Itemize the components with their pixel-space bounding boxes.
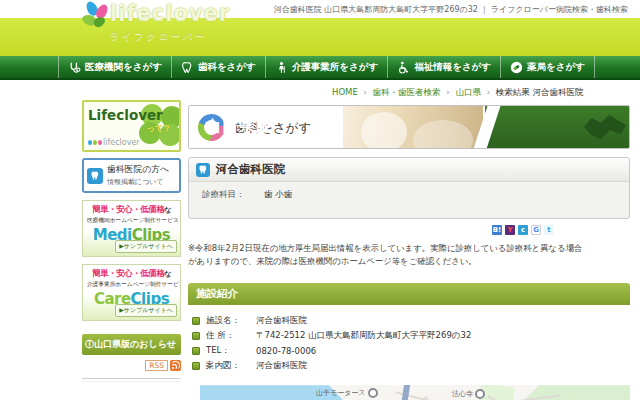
edition-label: 山口県版 <box>205 117 273 136</box>
main-content: 歯科をさがす 山口県版 河合歯科医院 診療科目： 歯 小歯 B! Y c G t… <box>188 105 630 400</box>
wheelchair-icon <box>397 61 410 74</box>
nav-tab-pharmacy[interactable]: 薬局をさがす <box>500 56 595 78</box>
lifeclover-banner-suffix: って？ <box>147 123 171 134</box>
stethoscope-icon <box>68 61 81 74</box>
nav-tab-label: 福祉情報をさがす <box>414 61 491 74</box>
nav-tab-welfare[interactable]: 福祉情報をさがす <box>387 56 500 78</box>
department-value: 歯 小歯 <box>264 189 292 201</box>
green-square-bullet-icon <box>192 332 200 340</box>
caregiver-icon <box>275 61 288 74</box>
mediclips-banner[interactable]: 簡単・安心・低価格な 医療機関ホームページ制作サービス MediClips ▶サ… <box>82 200 181 257</box>
notice-text: ※令和8年2月2日現在の地方厚生局届出情報を表示しています。実際に診療している診… <box>188 242 630 267</box>
clover-petals-mini-icon <box>88 140 102 145</box>
sidebar: Lifeclover って？ lifeclover 歯科医院の方へ 情報掲載につ… <box>82 100 181 382</box>
poi-circle-icon <box>475 389 485 399</box>
nav-tab-care[interactable]: 介護事業所をさがす <box>265 56 387 78</box>
page-title: 河合歯科医院 山口県大島郡周防大島町大字平野269の32 ｜ ライフクローバー病… <box>274 4 628 15</box>
nav-tab-label: 介護事業所をさがす <box>292 61 378 74</box>
livedoor-clip-icon[interactable]: c <box>518 225 528 235</box>
lifeclover-banner-small-logo: lifeclover <box>103 138 140 147</box>
map-poi-label: 山手モータース <box>316 388 378 398</box>
department-label: 診療科目： <box>202 189 264 201</box>
green-square-bullet-icon <box>192 317 200 325</box>
dentist-banner-line2: 情報掲載について <box>107 177 169 187</box>
nav-tab-medical[interactable]: 医療機関をさがす <box>58 56 171 78</box>
careclips-catch: 簡単・安心・低価格 <box>92 268 164 278</box>
tooth-icon <box>181 61 194 74</box>
social-bookmark-bar: B! Y c G t <box>188 225 554 235</box>
facility-row-map-link: 案内図： 河合歯科医院 <box>188 360 630 372</box>
section-banner: 歯科をさがす 山口県版 <box>188 105 630 149</box>
careclips-banner[interactable]: 簡単・安心・低価格な 介護事業所ホームページ制作サービス CareClips ▶… <box>82 264 181 321</box>
main-nav: 医療機関をさがす 歯科をさがす 介護事業所をさがす 福祉情報をさがす <box>0 56 640 80</box>
green-square-bullet-icon <box>192 362 200 370</box>
green-square-bullet-icon <box>192 347 200 355</box>
clinic-name: 河合歯科医院 <box>216 162 285 177</box>
rss-link[interactable]: RSS <box>145 360 168 371</box>
dentist-banner-line1: 歯科医院の方へ <box>107 164 169 176</box>
breadcrumb-home[interactable]: HOME <box>332 87 358 97</box>
prefecture-news-bar[interactable]: ⓘ山口県版のおしらせ <box>82 334 181 355</box>
breadcrumb-dental-search[interactable]: 歯科・歯医者検索 <box>373 87 441 97</box>
map-poi-label: 法心寺 <box>452 389 485 399</box>
capsule-icon <box>510 61 523 74</box>
news-bar-label: 山口県版のおしらせ <box>94 339 176 349</box>
banner-photo <box>343 106 483 148</box>
mediclips-catch: 簡単・安心・低価格 <box>92 204 164 214</box>
tooth-icon <box>87 168 103 184</box>
clover-petals-icon <box>84 1 108 35</box>
twitter-icon[interactable]: t <box>544 225 554 235</box>
rss-icon[interactable] <box>170 360 181 371</box>
lifeclover-banner-title: Lifeclover <box>88 107 163 123</box>
breadcrumb-yamaguchi[interactable]: 山口県 <box>455 87 481 97</box>
mediclips-sample-button[interactable]: ▶サンプルサイトへ <box>115 240 177 253</box>
facility-row-name: 施設名： 河合歯科医院 <box>188 315 630 327</box>
hatena-bookmark-icon[interactable]: B! <box>492 225 502 235</box>
facility-section-header: 施設紹介 <box>188 283 630 305</box>
facility-row-address: 住 所： 〒742-2512 山口県大島郡周防大島町大字平野269の32 <box>188 330 630 342</box>
tooth-icon <box>196 163 210 177</box>
lifeclover-about-banner[interactable]: Lifeclover って？ lifeclover <box>82 100 181 152</box>
nav-tab-label: 歯科をさがす <box>198 61 256 74</box>
dentist-info-banner[interactable]: 歯科医院の方へ 情報掲載について <box>82 158 181 193</box>
careclips-sample-button[interactable]: ▶サンプルサイトへ <box>115 304 177 317</box>
mediclips-subtitle: 医療機関ホームページ制作サービス <box>87 216 176 224</box>
breadcrumb-current: 検索結果 河合歯科医院 <box>496 87 584 97</box>
nav-tab-label: 医療機関をさがす <box>85 61 162 74</box>
poi-circle-icon <box>368 388 378 398</box>
nav-tab-dental[interactable]: 歯科をさがす <box>171 56 265 78</box>
logo-wordmark: lifeclover <box>110 1 230 25</box>
site-logo[interactable]: lifeclover ライフクローバー <box>84 1 230 43</box>
breadcrumb: HOME › 歯科・歯医者検索 › 山口県 › 検索結果 河合歯科医院 <box>332 87 583 99</box>
facility-row-tel: TEL： 0820-78-0006 <box>188 345 630 357</box>
clinic-summary-box: 河合歯科医院 診療科目： 歯 小歯 <box>188 157 630 219</box>
nav-tab-label: 薬局をさがす <box>527 61 585 74</box>
facility-detail-list: 施設名： 河合歯科医院 住 所： 〒742-2512 山口県大島郡周防大島町大字… <box>188 305 630 377</box>
careclips-subtitle: 介護事業所ホームページ制作サービス <box>87 280 176 288</box>
logo-kana: ライフクローバー <box>110 30 230 43</box>
location-map[interactable]: 山手モータース 法心寺 <box>200 385 630 400</box>
info-circle-icon: ⓘ <box>85 339 94 349</box>
yahoo-bookmark-icon[interactable]: Y <box>505 225 515 235</box>
sidebar-divider <box>82 378 181 382</box>
google-bookmark-icon[interactable]: G <box>531 225 541 235</box>
